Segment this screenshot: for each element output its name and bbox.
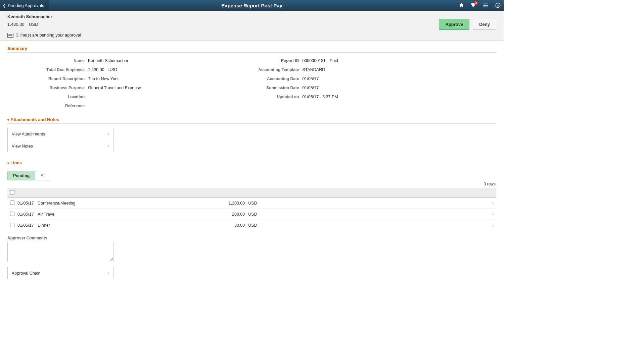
row-amount: 30.00 bbox=[221, 223, 248, 228]
grid-header bbox=[7, 188, 496, 198]
value-name: Kenneth Schumacher bbox=[88, 58, 128, 63]
view-attachments-link[interactable]: View Attachments › bbox=[8, 128, 113, 140]
value-updated: 01/05/17 - 3:37 PM bbox=[302, 95, 338, 99]
label-sub-date: Submission Date bbox=[168, 86, 302, 90]
approval-chain-link[interactable]: Approval Chain › bbox=[8, 267, 113, 279]
top-navbar: ❮ Pending Approvals Expense Report Post … bbox=[0, 0, 504, 11]
report-header: Kenneth Schumacher 1,430.00 USD 3 line(s… bbox=[0, 11, 504, 41]
row-currency: USD bbox=[248, 212, 265, 217]
requester-name: Kenneth Schumacher bbox=[7, 14, 439, 19]
lines-tabs: Pending All bbox=[7, 171, 51, 180]
tab-all[interactable]: All bbox=[35, 171, 51, 180]
value-sub-date: 01/05/17 bbox=[302, 86, 319, 90]
lines-section-title[interactable]: Lines bbox=[7, 158, 496, 167]
row-currency: USD bbox=[248, 201, 265, 206]
row-checkbox[interactable] bbox=[10, 223, 14, 227]
label-reference: Reference bbox=[7, 104, 88, 108]
table-row[interactable]: 01/05/17Air Travel200.00USD› bbox=[7, 209, 496, 220]
lines-icon bbox=[7, 33, 13, 38]
label-purpose: Business Purpose bbox=[7, 86, 88, 90]
label-report-id: Report ID bbox=[168, 58, 302, 63]
label-name: Name bbox=[7, 58, 88, 63]
label-updated: Updated on bbox=[168, 95, 302, 99]
home-icon[interactable] bbox=[455, 0, 467, 11]
view-notes-label: View Notes bbox=[12, 144, 33, 149]
row-checkbox[interactable] bbox=[10, 201, 14, 205]
value-total-due: 1,430.00USD bbox=[88, 67, 117, 72]
select-all-checkbox[interactable] bbox=[10, 190, 14, 194]
back-button[interactable]: ❮ Pending Approvals bbox=[0, 0, 49, 11]
attachments-box-list: View Attachments › View Notes › bbox=[7, 128, 113, 152]
menu-icon[interactable] bbox=[479, 0, 492, 11]
row-date: 01/05/17 bbox=[17, 201, 38, 206]
approver-comments-input[interactable] bbox=[7, 242, 113, 261]
summary-grid: NameKenneth Schumacher Total Due Employe… bbox=[7, 53, 496, 115]
label-total-due: Total Due Employee bbox=[7, 67, 88, 72]
value-description: Trip to New York bbox=[88, 76, 119, 81]
table-row[interactable]: 01/05/17Conference/Meeting1,200.00USD› bbox=[7, 198, 496, 209]
label-location: Location bbox=[7, 95, 88, 99]
notifications-icon[interactable]: 3 bbox=[467, 0, 479, 11]
row-desc: Air Travel bbox=[38, 212, 221, 217]
chevron-right-icon: › bbox=[486, 212, 494, 217]
value-purpose: General Travel and Expense bbox=[88, 86, 141, 90]
chevron-right-icon: › bbox=[486, 201, 494, 206]
tab-pending[interactable]: Pending bbox=[8, 171, 35, 180]
topbar-right: 3 bbox=[455, 0, 504, 11]
chevron-right-icon: › bbox=[108, 271, 109, 276]
row-amount: 200.00 bbox=[221, 212, 248, 217]
label-template: Accounting Template bbox=[168, 67, 302, 72]
view-attachments-label: View Attachments bbox=[12, 132, 45, 136]
approve-button[interactable]: Approve bbox=[439, 19, 469, 30]
header-amount: 1,430.00 USD bbox=[7, 22, 439, 27]
chevron-right-icon: › bbox=[486, 223, 494, 228]
header-amount-value: 1,430.00 bbox=[7, 22, 25, 27]
approval-chain-label: Approval Chain bbox=[12, 271, 40, 276]
rows-count: 3 rows bbox=[7, 182, 496, 188]
table-row[interactable]: 01/05/17Dinner30.00USD› bbox=[7, 220, 496, 231]
pending-line: 3 line(s) are pending your approval bbox=[7, 33, 439, 38]
value-template: STANDARD bbox=[302, 67, 325, 72]
lines-grid: 01/05/17Conference/Meeting1,200.00USD›01… bbox=[7, 188, 496, 231]
row-amount: 1,200.00 bbox=[221, 201, 248, 206]
row-date: 01/05/17 bbox=[17, 223, 38, 228]
label-acct-date: Accounting Date bbox=[168, 76, 302, 81]
attachments-section-title[interactable]: Attachments and Notes bbox=[7, 115, 496, 124]
value-report-id: 0000000121Paid bbox=[302, 58, 338, 63]
row-checkbox[interactable] bbox=[10, 212, 14, 216]
row-currency: USD bbox=[248, 223, 265, 228]
notification-badge: 3 bbox=[474, 1, 478, 5]
row-desc: Conference/Meeting bbox=[38, 201, 221, 206]
value-acct-date: 01/05/17 bbox=[302, 76, 319, 81]
comments-label: Approver Comments bbox=[7, 236, 496, 240]
pending-text: 3 line(s) are pending your approval bbox=[16, 33, 81, 38]
page-title: Expense Report Post Pay bbox=[221, 3, 282, 8]
row-date: 01/05/17 bbox=[17, 212, 38, 217]
view-notes-link[interactable]: View Notes › bbox=[8, 140, 113, 152]
chevron-right-icon: › bbox=[108, 131, 109, 136]
compass-icon[interactable] bbox=[492, 0, 504, 11]
summary-section-title: Summary bbox=[7, 44, 496, 53]
chevron-left-icon: ❮ bbox=[3, 3, 6, 8]
approval-chain-box: Approval Chain › bbox=[7, 267, 113, 279]
chevron-right-icon: › bbox=[108, 144, 109, 149]
row-desc: Dinner bbox=[38, 223, 221, 228]
label-description: Report Description bbox=[7, 76, 88, 81]
header-amount-currency: USD bbox=[29, 22, 38, 27]
deny-button[interactable]: Deny bbox=[473, 19, 496, 30]
back-label: Pending Approvals bbox=[8, 3, 44, 8]
